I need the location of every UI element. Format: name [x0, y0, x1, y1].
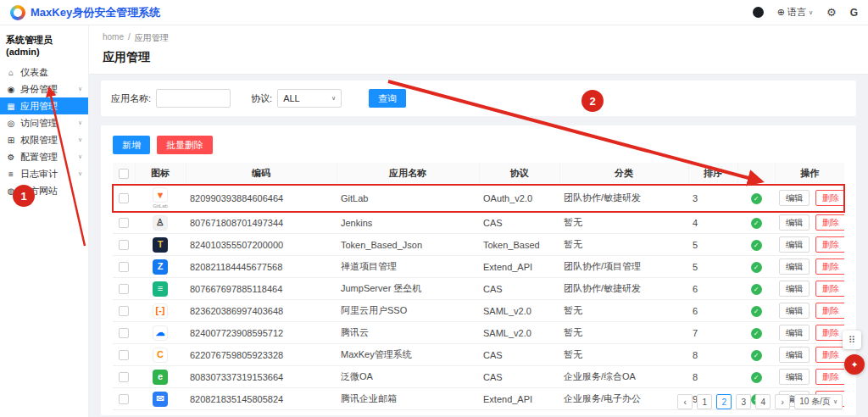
delete-button[interactable]: 删除	[815, 347, 844, 363]
app-sort: 3	[688, 185, 737, 212]
pagination-page-1[interactable]: 1	[697, 394, 712, 409]
app-sort: 7	[688, 322, 737, 344]
chevron-down-icon: ∨	[833, 398, 837, 405]
row-checkbox[interactable]	[119, 394, 129, 404]
edit-button[interactable]: 编辑	[779, 325, 810, 341]
edit-button[interactable]: 编辑	[779, 214, 810, 231]
breadcrumb-home[interactable]: home	[103, 32, 124, 44]
app-protocol: CAS	[479, 278, 559, 300]
protocol-select[interactable]: ALL ∨	[277, 89, 342, 108]
row-checkbox[interactable]	[119, 350, 129, 360]
search-button[interactable]: 查询	[369, 89, 406, 108]
delete-button[interactable]: 删除	[815, 190, 844, 206]
pagination: ‹1234›10 条/页∨	[677, 394, 843, 409]
row-checkbox[interactable]	[119, 328, 129, 338]
pagination-next[interactable]: ›	[775, 394, 790, 409]
delete-button[interactable]: 删除	[815, 281, 844, 297]
page-size-select[interactable]: 10 条/页∨	[794, 394, 843, 409]
app-name-filter-label: 应用名称:	[111, 92, 151, 105]
language-label: 语言	[787, 6, 806, 19]
edit-button[interactable]: 编辑	[779, 303, 810, 319]
pagination-page-3[interactable]: 3	[736, 394, 751, 409]
app-name: 腾讯企业邮箱	[337, 388, 479, 410]
sidebar-item-config[interactable]: ⚙配置管理∨	[0, 148, 88, 165]
app-protocol: CAS	[479, 212, 559, 234]
batch-delete-button[interactable]: 批量删除	[157, 136, 213, 154]
add-button[interactable]: 新增	[113, 136, 150, 154]
app-category: 企业服务/综合OA	[559, 366, 688, 388]
app-code: 820821184445677568	[186, 256, 337, 278]
sidebar-item-website[interactable]: ◍官方网站	[0, 182, 88, 199]
pagination-prev[interactable]: ‹	[677, 394, 693, 409]
status-enabled-icon: ✓	[751, 240, 762, 251]
chevron-down-icon: ∨	[78, 120, 82, 126]
settings-gear-icon[interactable]: ⚙	[826, 7, 837, 18]
sidebar-item-label: 身份管理	[20, 83, 58, 96]
app-sort: 5	[688, 234, 737, 256]
settings-drawer-handle[interactable]: ⠿	[843, 331, 861, 349]
sidebar-item-identity[interactable]: ◉身份管理∨	[0, 81, 88, 97]
edit-button[interactable]: 编辑	[779, 369, 810, 385]
column-header: 分类	[559, 163, 688, 185]
sidebar-menu: ⌂仪表盘◉身份管理∨▦应用管理◎访问管理∨⊞权限管理∨⚙配置管理∨≡日志审计∨◍…	[0, 64, 88, 199]
access-icon: ◎	[6, 119, 16, 128]
row-checkbox[interactable]	[119, 218, 129, 228]
sidebar-item-access[interactable]: ◎访问管理∨	[0, 114, 88, 131]
delete-button[interactable]: 删除	[815, 369, 844, 385]
row-checkbox[interactable]	[119, 240, 129, 250]
protocol-filter-label: 协议:	[251, 92, 272, 105]
sidebar-item-audit[interactable]: ≡日志审计∨	[0, 165, 88, 182]
delete-button[interactable]: 删除	[815, 303, 844, 319]
sidebar-item-dashboard[interactable]: ⌂仪表盘	[0, 64, 88, 81]
edit-button[interactable]: 编辑	[779, 190, 810, 206]
edit-button[interactable]: 编辑	[779, 259, 810, 275]
table-row: C622076759805923328MaxKey管理系统CAS暂无8✓编辑删除	[113, 344, 844, 366]
table-row: Z820821184445677568禅道项目管理Extend_API团队协作/…	[113, 256, 844, 278]
sidebar-item-permission[interactable]: ⊞权限管理∨	[0, 131, 88, 148]
delete-button[interactable]: 删除	[815, 214, 844, 231]
app-code: 807671808701497344	[186, 212, 337, 234]
row-checkbox[interactable]	[119, 372, 129, 382]
sidebar-item-label: 应用管理	[20, 100, 58, 113]
row-checkbox[interactable]	[119, 306, 129, 316]
delete-button[interactable]: 删除	[815, 325, 844, 341]
edit-button[interactable]: 编辑	[779, 347, 810, 363]
delete-button[interactable]: 删除	[815, 259, 844, 275]
table-toolbar: 新增 批量删除	[113, 136, 844, 154]
pagination-page-4[interactable]: 4	[755, 394, 771, 409]
select-all-checkbox[interactable]	[119, 169, 129, 179]
row-checkbox[interactable]	[119, 193, 129, 203]
breadcrumb: home / 应用管理	[103, 32, 854, 44]
app-name: 禅道项目管理	[337, 256, 479, 278]
pagination-page-2[interactable]: 2	[716, 394, 732, 409]
github-icon[interactable]	[753, 7, 764, 18]
app-icon: C	[153, 348, 168, 363]
g-icon[interactable]: G	[850, 7, 858, 19]
header-actions: ⊕ 语言 ∨ ⚙ G	[753, 6, 858, 19]
config-icon: ⚙	[6, 153, 16, 162]
sidebar-item-label: 访问管理	[20, 117, 58, 130]
app-protocol: SAML_v2.0	[479, 300, 559, 322]
edit-button[interactable]: 编辑	[779, 281, 810, 297]
sidebar-item-label: 权限管理	[20, 134, 58, 147]
floating-badge-icon[interactable]: ✦	[844, 354, 865, 375]
status-enabled-icon: ✓	[751, 218, 762, 229]
row-checkbox[interactable]	[119, 262, 129, 272]
delete-button[interactable]: 删除	[815, 236, 844, 253]
chevron-down-icon: ∨	[78, 86, 82, 92]
app-protocol: SAML_v2.0	[479, 322, 559, 344]
language-selector[interactable]: ⊕ 语言 ∨	[777, 6, 813, 19]
table-row: ♙807671808701497344JenkinsCAS暂无4✓编辑删除	[113, 212, 844, 234]
app-sort: 5	[688, 256, 737, 278]
app-name-input[interactable]	[156, 89, 231, 108]
column-header: 操作	[775, 163, 844, 185]
edit-button[interactable]: 编辑	[779, 236, 810, 253]
sidebar-item-apps[interactable]: ▦应用管理	[0, 97, 88, 114]
translate-icon: ⊕	[777, 7, 785, 18]
status-enabled-icon: ✓	[751, 350, 762, 361]
app-category: 暂无	[559, 212, 688, 234]
filter-bar: 应用名称: 协议: ALL ∨ 查询	[101, 81, 856, 116]
row-checkbox[interactable]	[119, 284, 129, 294]
app-protocol: Extend_API	[479, 256, 559, 278]
app-code: 808307337319153664	[186, 366, 337, 388]
